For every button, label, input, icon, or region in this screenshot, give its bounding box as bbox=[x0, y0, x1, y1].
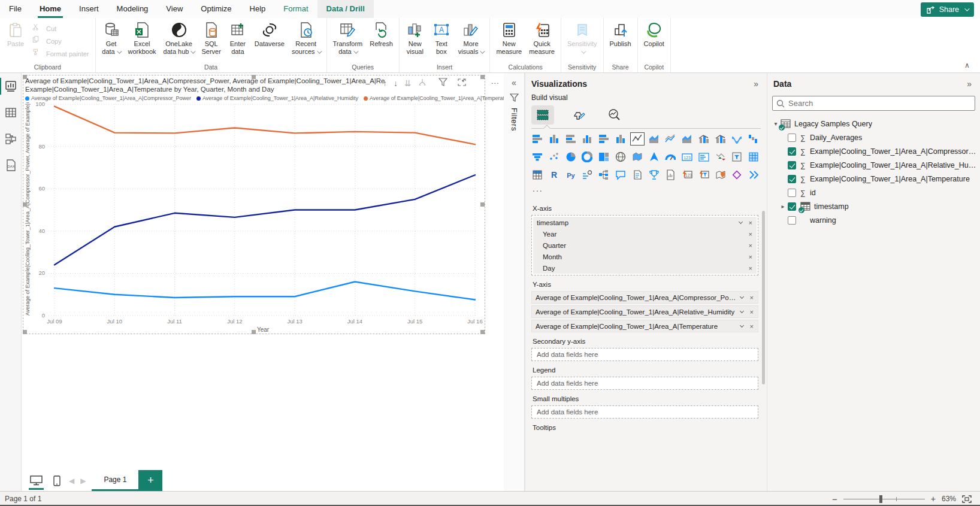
ribbon-tab-view[interactable]: View bbox=[157, 0, 192, 18]
ribbon-tab-help[interactable]: Help bbox=[241, 0, 275, 18]
funnel-chart-icon[interactable] bbox=[530, 150, 545, 163]
ribbon-chart-icon[interactable] bbox=[730, 132, 744, 146]
text-box-button[interactable]: ATextbox bbox=[428, 19, 455, 56]
chevron-down-icon[interactable] bbox=[740, 295, 744, 299]
chevron-down-icon[interactable] bbox=[740, 309, 744, 313]
decomposition-tree-icon[interactable] bbox=[597, 168, 611, 181]
tree-item-field[interactable]: ∑Example|Cooling_Tower_1|Area_A|Relative… bbox=[767, 158, 980, 172]
matrix-icon[interactable] bbox=[530, 168, 545, 181]
zoom-slider[interactable] bbox=[843, 499, 925, 499]
paginated-report-icon[interactable] bbox=[663, 168, 677, 181]
tree-item-field[interactable]: ∑Daily_Averages bbox=[767, 131, 980, 144]
tree-item-field[interactable]: ∑id bbox=[767, 186, 980, 199]
next-level-icon[interactable]: ⇊ bbox=[404, 78, 412, 88]
field-chip[interactable]: Day× bbox=[533, 262, 757, 274]
ribbon-tab-home[interactable]: Home bbox=[31, 0, 70, 18]
legend-well[interactable]: Add data fields here bbox=[531, 377, 758, 390]
remove-field-icon[interactable]: × bbox=[747, 253, 754, 260]
visual-resize-handle[interactable] bbox=[23, 202, 27, 207]
ribbon-tab-file[interactable]: File bbox=[0, 0, 31, 18]
gauge-icon[interactable] bbox=[663, 150, 677, 163]
tree-item-field[interactable]: warning bbox=[767, 213, 980, 227]
field-checkbox[interactable] bbox=[788, 161, 796, 169]
more-options-icon[interactable]: ... bbox=[491, 77, 500, 86]
flow-visual-icon[interactable] bbox=[746, 168, 761, 181]
pie-chart-icon[interactable] bbox=[564, 150, 578, 163]
field-checkbox[interactable] bbox=[788, 147, 796, 156]
ribbon-tab-optimize[interactable]: Optimize bbox=[192, 0, 240, 18]
power-automate-icon[interactable] bbox=[697, 168, 711, 181]
sql-button[interactable]: SQLServer bbox=[198, 19, 224, 56]
line-chart-visual[interactable]: Average of Example|Cooling_Tower_1|Area_… bbox=[23, 75, 485, 334]
recent-button[interactable]: Recentsources bbox=[288, 19, 324, 56]
new-measure-button[interactable]: Newmeasure bbox=[492, 19, 525, 56]
field-chip[interactable]: Quarter× bbox=[533, 240, 757, 251]
cut-button[interactable]: Cut bbox=[29, 22, 93, 35]
dataverse-button[interactable]: Dataverse bbox=[251, 19, 288, 48]
hundred-stacked-bar-chart-icon[interactable] bbox=[597, 132, 611, 146]
field-chip[interactable]: Average of Example|Cooling_Tower_1|Area_… bbox=[531, 320, 758, 332]
r-script-icon[interactable]: R bbox=[547, 168, 561, 181]
stacked-bar-chart-icon[interactable] bbox=[530, 132, 545, 146]
qna-icon[interactable] bbox=[613, 168, 628, 181]
remove-field-icon[interactable]: × bbox=[748, 294, 755, 301]
chevron-down-icon[interactable] bbox=[740, 323, 744, 328]
sidebar-item-dax-query-view[interactable]: DAX bbox=[0, 152, 22, 178]
map-icon[interactable] bbox=[613, 150, 628, 163]
chevron-down-icon[interactable] bbox=[739, 220, 743, 224]
drill-down-icon[interactable]: ↓ bbox=[394, 78, 398, 88]
remove-field-icon[interactable]: × bbox=[747, 242, 754, 249]
stacked-area-chart-icon[interactable] bbox=[663, 132, 677, 146]
field-chip[interactable]: Month× bbox=[533, 251, 757, 262]
filled-map-icon[interactable] bbox=[630, 150, 645, 163]
multi-row-card-icon[interactable] bbox=[697, 150, 711, 163]
tab-build-visual[interactable] bbox=[531, 105, 554, 125]
area-chart-icon[interactable] bbox=[647, 132, 661, 146]
donut-chart-icon[interactable] bbox=[580, 150, 594, 163]
transform-button[interactable]: Transformdata bbox=[329, 19, 367, 56]
visual-resize-handle[interactable] bbox=[252, 330, 256, 334]
remove-field-icon[interactable]: × bbox=[747, 231, 754, 238]
refresh-button[interactable]: Refresh bbox=[366, 19, 397, 48]
html-content-icon[interactable] bbox=[730, 168, 744, 181]
desktop-layout-icon[interactable] bbox=[30, 475, 43, 486]
visual-resize-handle[interactable] bbox=[23, 75, 27, 79]
visual-resize-handle[interactable] bbox=[480, 202, 485, 207]
smart-narrative-icon[interactable] bbox=[630, 168, 645, 181]
expand-all-icon[interactable] bbox=[418, 78, 427, 88]
remove-field-icon[interactable]: × bbox=[748, 308, 755, 316]
field-checkbox[interactable] bbox=[788, 189, 796, 197]
quick-measure-button[interactable]: Quickmeasure bbox=[525, 19, 558, 56]
excel-button[interactable]: Excelworkbook bbox=[125, 19, 160, 56]
onelake-button[interactable]: OneLakedata hub bbox=[160, 19, 198, 56]
share-button[interactable]: Share bbox=[921, 2, 974, 17]
clustered-column-chart-icon[interactable] bbox=[580, 132, 594, 146]
field-chip[interactable]: timestamp× bbox=[533, 217, 757, 228]
collapse-visualizations-icon[interactable]: » bbox=[754, 79, 758, 89]
ribbon-tab-insert[interactable]: Insert bbox=[70, 0, 108, 18]
visual-resize-handle[interactable] bbox=[23, 330, 27, 334]
field-checkbox[interactable] bbox=[788, 202, 796, 211]
hundred-stacked-area-chart-icon[interactable] bbox=[680, 132, 694, 146]
ribbon-tab-modeling[interactable]: Modeling bbox=[108, 0, 158, 18]
more-visuals-button[interactable]: Morevisuals bbox=[455, 19, 488, 56]
sensitivity-button[interactable]: Sensitivity bbox=[564, 19, 601, 56]
copilot-button[interactable]: Copilot bbox=[640, 19, 668, 48]
zoom-in-icon[interactable]: + bbox=[931, 494, 936, 504]
treemap-icon[interactable] bbox=[597, 150, 611, 163]
fit-to-page-icon[interactable] bbox=[962, 495, 972, 503]
prev-page-icon[interactable]: ◀ bbox=[69, 477, 74, 485]
tree-item-table[interactable]: ▾Legacy Samples Query bbox=[767, 117, 980, 131]
collapse-ribbon-icon[interactable]: ∧ bbox=[964, 61, 973, 69]
zoom-out-icon[interactable]: − bbox=[832, 494, 837, 504]
tab-format-visual[interactable] bbox=[567, 105, 590, 125]
page-tab[interactable]: Page 1 bbox=[92, 470, 138, 491]
sidebar-item-model-view[interactable] bbox=[0, 126, 22, 152]
get-data-button[interactable]: Getdata bbox=[98, 19, 125, 56]
ribbon-tab-data-drill[interactable]: Data / Drill bbox=[317, 0, 374, 18]
card-icon[interactable]: 123 bbox=[680, 150, 694, 163]
waterfall-chart-icon[interactable] bbox=[746, 132, 761, 146]
hundred-stacked-column-chart-icon[interactable] bbox=[613, 132, 628, 146]
line-clustered-column-chart-icon[interactable] bbox=[713, 132, 728, 146]
search-input[interactable] bbox=[788, 99, 971, 108]
